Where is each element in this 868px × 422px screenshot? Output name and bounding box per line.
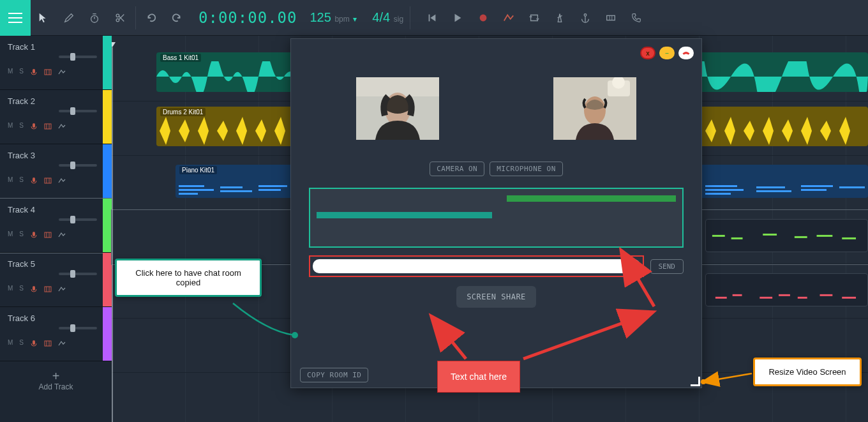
- plus-icon: +: [52, 370, 60, 382]
- pencil-tool[interactable]: [56, 0, 82, 36]
- volume-slider[interactable]: [59, 327, 97, 329]
- mic-icon[interactable]: [30, 230, 38, 237]
- timecode-display[interactable]: 0:00:00.00: [190, 9, 306, 27]
- automation-button[interactable]: [496, 0, 521, 36]
- svg-rect-12: [607, 15, 615, 20]
- volume-slider[interactable]: [59, 56, 97, 58]
- callout-text: Text chat here: [451, 372, 507, 382]
- chat-input[interactable]: [313, 259, 640, 273]
- piano-icon[interactable]: [44, 230, 52, 237]
- chat-input-highlight: [309, 255, 644, 277]
- mute-button[interactable]: M: [8, 339, 13, 346]
- undo-button[interactable]: [138, 0, 164, 36]
- resize-handle[interactable]: [690, 376, 701, 388]
- track-header-1[interactable]: Track 1 M S: [0, 36, 112, 90]
- automation-icon[interactable]: [58, 230, 66, 237]
- video-feed-remote[interactable]: [553, 77, 636, 140]
- svg-rect-51: [756, 190, 791, 192]
- solo-button[interactable]: S: [19, 122, 24, 129]
- mute-button[interactable]: M: [8, 176, 13, 183]
- video-hangup-button[interactable]: [678, 47, 694, 59]
- volume-slider[interactable]: [59, 110, 97, 112]
- midi-clip-track5[interactable]: Kit01: [705, 273, 868, 306]
- track-color: [103, 90, 112, 144]
- automation-icon[interactable]: [58, 176, 66, 183]
- svg-rect-44: [220, 190, 252, 192]
- solo-button[interactable]: S: [19, 68, 24, 75]
- midi-clip-track4[interactable]: [705, 219, 868, 252]
- volume-slider[interactable]: [59, 218, 97, 221]
- track-name: Track 6: [8, 313, 112, 323]
- snap-button[interactable]: [598, 0, 624, 36]
- solo-button[interactable]: S: [19, 230, 24, 237]
- video-feed-local[interactable]: [356, 77, 439, 140]
- scissors-tool[interactable]: [107, 0, 133, 36]
- skip-start-button[interactable]: [419, 0, 445, 36]
- svg-rect-21: [45, 124, 51, 129]
- metronome-button[interactable]: [547, 0, 572, 36]
- svg-rect-60: [842, 237, 856, 239]
- send-button[interactable]: SEND: [650, 259, 684, 274]
- solo-button[interactable]: S: [19, 285, 24, 292]
- track-color: [103, 253, 112, 306]
- bpm-display[interactable]: 125 bpm ▾: [306, 10, 361, 25]
- copy-room-id-button[interactable]: COPY ROOM ID: [300, 368, 368, 382]
- volume-slider[interactable]: [59, 273, 97, 275]
- track-header-4[interactable]: Track 4 M S: [0, 199, 112, 253]
- solo-button[interactable]: S: [19, 339, 24, 346]
- anchor-button[interactable]: [572, 0, 598, 36]
- add-track-label: Add Track: [38, 382, 73, 391]
- automation-icon[interactable]: [58, 284, 66, 292]
- mic-icon[interactable]: [30, 284, 38, 292]
- piano-icon[interactable]: [44, 67, 52, 75]
- svg-rect-41: [179, 189, 214, 191]
- volume-slider[interactable]: [59, 164, 97, 167]
- add-track-button[interactable]: + Add Track: [0, 361, 112, 400]
- record-button[interactable]: [470, 0, 496, 36]
- track-header-2[interactable]: Track 2 M S: [0, 90, 112, 144]
- piano-icon[interactable]: [44, 284, 52, 292]
- piano-icon[interactable]: [44, 338, 52, 346]
- track-header-3[interactable]: Track 3 M S: [0, 144, 112, 199]
- automation-icon[interactable]: [58, 338, 66, 346]
- automation-icon[interactable]: [58, 121, 66, 129]
- svg-point-8: [480, 14, 487, 21]
- svg-rect-58: [795, 236, 807, 238]
- solo-button[interactable]: S: [19, 176, 24, 183]
- track-header-5[interactable]: Track 5 M S: [0, 253, 112, 307]
- menu-button[interactable]: [0, 0, 31, 36]
- timer-tool[interactable]: [82, 0, 107, 36]
- mic-icon[interactable]: [30, 67, 38, 75]
- svg-rect-61: [715, 297, 727, 299]
- mute-button[interactable]: M: [8, 122, 13, 129]
- mic-icon[interactable]: [30, 176, 38, 183]
- track-header-6[interactable]: Track 6 M S: [0, 307, 112, 361]
- svg-rect-53: [801, 189, 827, 191]
- svg-rect-67: [842, 297, 856, 299]
- video-close-button[interactable]: x: [640, 47, 655, 59]
- mute-button[interactable]: M: [8, 68, 13, 75]
- video-minimize-button[interactable]: –: [659, 47, 675, 59]
- piano-icon[interactable]: [44, 176, 52, 183]
- redo-button[interactable]: [164, 0, 190, 36]
- mute-button[interactable]: M: [8, 230, 13, 237]
- svg-rect-20: [33, 123, 35, 128]
- phone-button[interactable]: [624, 0, 649, 36]
- mute-button[interactable]: M: [8, 285, 13, 292]
- pointer-tool[interactable]: [31, 0, 56, 36]
- mic-icon[interactable]: [30, 121, 38, 129]
- piano-icon[interactable]: [44, 121, 52, 129]
- video-chat-panel[interactable]: x –: [290, 38, 702, 388]
- screen-share-button[interactable]: SCREEN SHARE: [456, 286, 536, 308]
- loop-button[interactable]: [521, 0, 547, 36]
- camera-toggle-button[interactable]: CAMERA ON: [430, 162, 484, 176]
- automation-icon[interactable]: [58, 67, 66, 75]
- timesig-label: sig: [394, 15, 403, 24]
- chat-messages[interactable]: [309, 188, 684, 248]
- play-button[interactable]: [445, 0, 470, 36]
- svg-rect-65: [798, 297, 807, 299]
- microphone-toggle-button[interactable]: MICROPHONE ON: [490, 162, 563, 176]
- mic-icon[interactable]: [30, 338, 38, 346]
- callout-copy-room: Click here to have chat room copied: [115, 259, 262, 297]
- timesig-display[interactable]: 4/4 sig: [361, 10, 407, 25]
